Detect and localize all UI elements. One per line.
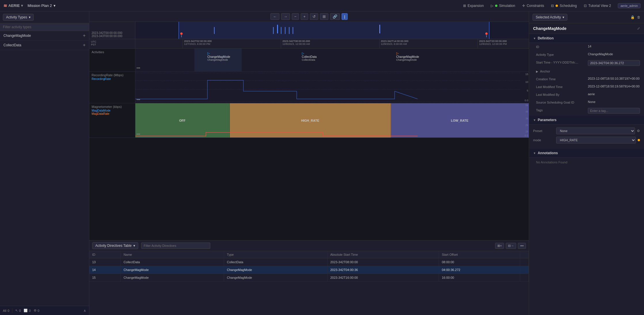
- cell-name-1: ChangeMagMode: [120, 266, 224, 274]
- parameters-header[interactable]: ▼ Parameters: [529, 116, 644, 125]
- filter-directives-input[interactable]: [141, 243, 210, 249]
- all-count: 0: [7, 309, 9, 312]
- annotations-section: ▼ Annotations No Annotations Found: [529, 149, 644, 167]
- more-btn[interactable]: •••: [518, 243, 526, 249]
- preset-select[interactable]: None: [556, 127, 635, 134]
- tick-utc-1: 2023-342T08:00:00.000: [282, 40, 310, 43]
- zoom-in-btn[interactable]: +: [301, 13, 308, 20]
- box-icon: ⬜: [24, 309, 28, 312]
- chip-sub-1: CollectData: [302, 58, 315, 61]
- simulation-label: Simulation: [499, 4, 515, 8]
- selected-activity-dropdown[interactable]: Selected Activity: [533, 14, 567, 21]
- cell-start-offset-0: 08:00:00: [439, 258, 520, 266]
- mag-data-mode-sub: MagDataMode: [92, 109, 133, 112]
- filter-activity-types-input[interactable]: [0, 23, 89, 31]
- mode-select[interactable]: HIGH_RATE: [556, 137, 636, 144]
- creation-time-value: 2023-12-08T18:50:10.387197+00:00: [588, 77, 640, 80]
- creation-time-label: Creation Time: [536, 77, 588, 81]
- table-row[interactable]: 15 ChangeMagMode ChangeMagMode 2023-342T…: [89, 274, 529, 282]
- scheduling-goal-value: None: [588, 100, 640, 104]
- add-collectData-btn[interactable]: +: [83, 43, 86, 47]
- activity-type-collectData[interactable]: CollectData +: [0, 41, 89, 50]
- cell-type-0: CollectData: [224, 258, 327, 266]
- definition-chevron: ▼: [533, 37, 536, 40]
- forward-btn[interactable]: →: [281, 13, 290, 20]
- user-badge[interactable]: aerie_admin: [618, 3, 641, 8]
- magnetometer-content[interactable]: 5k 4k 3k 2k 1k 0.0 OFF HIGH_RATE: [135, 103, 529, 138]
- mission-plan-selector[interactable]: Mission Plan 2: [28, 3, 56, 8]
- table-row[interactable]: 13 CollectData CollectData 2023-342T08:0…: [89, 258, 529, 266]
- table-title-dropdown[interactable]: Activity Directives Table: [92, 242, 138, 249]
- cell-abs-start-0: 2023-342T08:00:00: [327, 258, 439, 266]
- table-actions: ⊞+ ⊟→ •••: [495, 243, 526, 249]
- settings-icon: ⚙: [34, 309, 37, 312]
- back-btn[interactable]: ←: [270, 13, 279, 20]
- tick-1: 2023-342T08:00:00.000 12/8/2023, 12:00:0…: [281, 39, 311, 48]
- recording-rate-content[interactable]: 15 10 5 0.0 •••: [135, 72, 529, 103]
- annotations-header[interactable]: ▼ Annotations: [529, 149, 644, 158]
- directives-table: ID Name Type Absolute Start Time Start O…: [89, 251, 529, 282]
- tick-pst-1: 12/8/2023, 12:00:00 AM: [282, 43, 310, 45]
- add-changeMagMode-btn[interactable]: +: [83, 33, 86, 38]
- trash-icon[interactable]: 🗑: [637, 15, 641, 19]
- activity-types-dropdown[interactable]: Activity Types: [3, 14, 34, 21]
- definition-header[interactable]: ▼ Definition: [529, 34, 644, 43]
- nav-scheduling[interactable]: ⊟ Scheduling: [551, 4, 577, 8]
- mag-data-rate-sub: MagDataRate: [92, 112, 133, 115]
- nav-tutorial[interactable]: ⊡ Tutorial View 2: [584, 4, 611, 8]
- bottom-panel: Activity Directives Table ⊞+ ⊟→ •••: [89, 240, 529, 315]
- nav-expansion[interactable]: ⊞ Expansion: [463, 4, 484, 8]
- table-row[interactable]: 14 ChangeMagMode ChangeMagMode 2023-342T…: [89, 266, 529, 274]
- col-type: Type: [224, 251, 327, 258]
- anchor-expand-icon: ▶: [536, 70, 538, 73]
- cell-abs-start-2: 2023-342T16:00:00: [327, 274, 439, 282]
- export-btn[interactable]: ⊟→: [506, 243, 516, 249]
- pst-label: PST: [91, 43, 133, 46]
- mode-row: mode HIGH_RATE: [533, 137, 640, 144]
- low-rate-label: LOW_RATE: [451, 119, 468, 122]
- cell-abs-start-1: 2023-342T04:00:36: [327, 266, 439, 274]
- tutorial-label: Tutorial View 2: [588, 4, 611, 8]
- activity-chip-1[interactable]: ▷ CollectData CollectData: [301, 51, 318, 62]
- tags-input[interactable]: [588, 108, 640, 114]
- add-row-btn[interactable]: ⊞+: [495, 243, 504, 249]
- cursor-mode-btn[interactable]: |: [342, 13, 348, 20]
- zoom-out-btn[interactable]: −: [292, 13, 299, 20]
- all-status[interactable]: All 0: [3, 309, 9, 312]
- cell-name-2: ChangeMagMode: [120, 274, 224, 282]
- timeline-area: 2023-342T00:00:00.000 2023-343T00:00:00.…: [89, 22, 529, 315]
- preset-settings-icon[interactable]: ⚙: [637, 129, 640, 133]
- selected-activity-label: Selected Activity: [536, 15, 561, 19]
- start-time-input[interactable]: [588, 60, 640, 66]
- last-modified-by-value: aerie: [588, 92, 640, 96]
- last-modified-value: 2023-12-08T18:50:19.587914+00:00: [588, 85, 640, 88]
- table-scroll[interactable]: ID Name Type Absolute Start Time Start O…: [89, 251, 529, 315]
- col-actions: [520, 251, 529, 258]
- cursor-icon: ↖: [15, 309, 18, 312]
- activity-type-changeMagMode[interactable]: ChangeMagMode +: [0, 31, 89, 41]
- magnetometer-title: Magnetometer (kbps): [92, 105, 133, 108]
- expand-icon[interactable]: ⤢: [637, 26, 640, 30]
- nav-constraints[interactable]: ✛ Constraints: [522, 4, 544, 8]
- simulation-status-dot: [495, 5, 497, 7]
- link-btn[interactable]: 🔗: [330, 13, 340, 20]
- preset-row: Preset None ⚙: [533, 127, 640, 134]
- fit-btn[interactable]: ⊞: [320, 13, 328, 20]
- minimap[interactable]: 📍 📍: [135, 22, 529, 39]
- logo-chevron[interactable]: ▾: [21, 3, 23, 8]
- activity-chip-0[interactable]: ▷ ChangeMagMode ChangeMagMode: [206, 51, 232, 62]
- activities-track-content[interactable]: ▷ ChangeMagMode ChangeMagMode ▷ CollectD…: [135, 49, 529, 71]
- activities-track-menu[interactable]: •••: [137, 66, 140, 70]
- activity-chip-2[interactable]: ▷ ChangeMagMode ChangeMagMode: [395, 51, 421, 62]
- lock-icon[interactable]: 🔒: [630, 15, 635, 19]
- bottom-chevron[interactable]: ∧: [84, 309, 86, 313]
- recording-track-menu[interactable]: •••: [137, 98, 140, 102]
- reset-btn[interactable]: ↺: [310, 13, 318, 20]
- mag-track-menu[interactable]: •••: [137, 132, 140, 136]
- filter-directives: [141, 243, 492, 249]
- cell-id-2: 15: [89, 274, 120, 282]
- anchor-row[interactable]: ▶ Anchor: [529, 68, 644, 75]
- nav-simulation[interactable]: ▷ Simulation: [491, 4, 515, 8]
- tick-2: 2023-342T14:00:00.000 12/8/2023, 6:00:00…: [379, 39, 410, 48]
- activity-type-label: Activity Type: [536, 52, 588, 56]
